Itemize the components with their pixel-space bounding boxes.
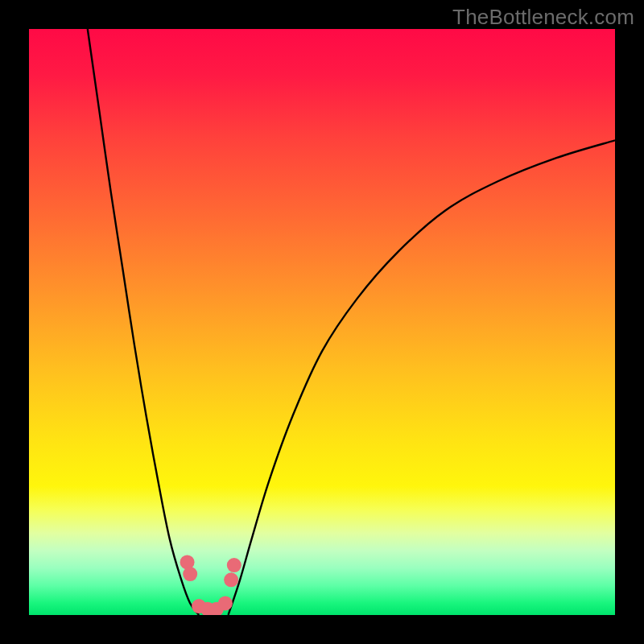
valley-marker bbox=[183, 567, 197, 581]
curve-layer bbox=[29, 29, 615, 615]
valley-marker bbox=[218, 596, 233, 610]
watermark-text: TheBottleneck.com bbox=[452, 5, 634, 30]
chart-frame: TheBottleneck.com bbox=[0, 0, 644, 644]
left-branch-curve bbox=[88, 29, 199, 615]
valley-marker bbox=[227, 558, 242, 572]
valley-marker bbox=[224, 572, 238, 587]
plot-area bbox=[29, 29, 615, 615]
right-branch-curve bbox=[229, 140, 615, 615]
